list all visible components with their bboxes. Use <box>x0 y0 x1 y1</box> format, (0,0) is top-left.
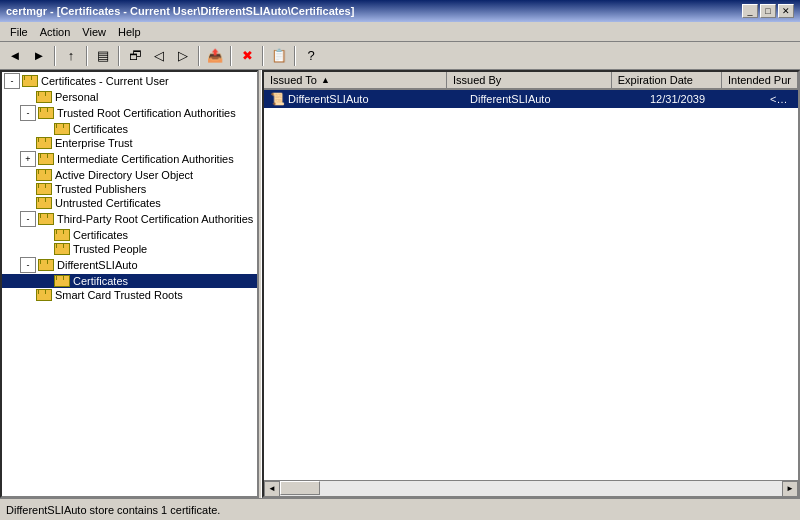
cell-issued-by: DifferentSLIAuto <box>464 91 644 107</box>
folder-icon-trusted-root-certs <box>54 123 70 135</box>
up-button[interactable]: ↑ <box>60 45 82 67</box>
tree-differentsli-certs-label: Certificates <box>73 275 128 287</box>
tree-root-label: Certificates - Current User <box>41 75 169 87</box>
status-text: DifferentSLIAuto store contains 1 certif… <box>6 504 220 516</box>
folder-icon-root <box>22 75 38 87</box>
col-header-issued-by[interactable]: Issued By <box>447 72 612 89</box>
window-controls: _ □ ✕ <box>742 4 794 18</box>
folder-icon-third-party-certs <box>54 229 70 241</box>
expand-third-party[interactable]: - <box>20 211 36 227</box>
tree-differentsli-label: DifferentSLIAuto <box>57 259 138 271</box>
col-header-expiry[interactable]: Expiration Date <box>612 72 722 89</box>
tree-panel: - Certificates - Current User Personal -… <box>0 70 258 498</box>
tree-untrusted-label: Untrusted Certificates <box>55 197 161 209</box>
tree-item-trusted-root[interactable]: - Trusted Root Certification Authorities <box>2 104 257 122</box>
scroll-track[interactable] <box>280 481 782 497</box>
tree-enterprise-label: Enterprise Trust <box>55 137 133 149</box>
folder-icon-trusted-people <box>54 243 70 255</box>
close-button[interactable]: ✕ <box>778 4 794 18</box>
tree-trusted-people-label: Trusted People <box>73 243 147 255</box>
tree-third-party-label: Third-Party Root Certification Authoriti… <box>57 213 253 225</box>
folder-icon-trusted-pub <box>36 183 52 195</box>
tree-item-smart-card[interactable]: Smart Card Trusted Roots <box>2 288 257 302</box>
help-button[interactable]: ? <box>300 45 322 67</box>
list-panel: Issued To ▲ Issued By Expiration Date In… <box>262 70 800 498</box>
folder-icon-personal <box>36 91 52 103</box>
cell-expiry: 12/31/2039 <box>644 91 764 107</box>
toolbar-separator-5 <box>230 46 232 66</box>
tree-personal-label: Personal <box>55 91 98 103</box>
folder-icon-enterprise <box>36 137 52 149</box>
cell-purpose: <All> <box>764 91 798 107</box>
toolbar-separator-4 <box>198 46 200 66</box>
export-button[interactable]: 📤 <box>204 45 226 67</box>
back-button[interactable]: ◄ <box>4 45 26 67</box>
toolbar-separator-1 <box>54 46 56 66</box>
tree-item-trusted-pub[interactable]: Trusted Publishers <box>2 182 257 196</box>
tree-toggle-button[interactable]: ▤ <box>92 45 114 67</box>
folder-icon-untrusted <box>36 197 52 209</box>
title-bar: certmgr - [Certificates - Current User\D… <box>0 0 800 22</box>
tree-trusted-pub-label: Trusted Publishers <box>55 183 146 195</box>
toolbar-separator-3 <box>118 46 120 66</box>
tree-intermediate-label: Intermediate Certification Authorities <box>57 153 234 165</box>
expand-differentsli[interactable]: - <box>20 257 36 273</box>
maximize-button[interactable]: □ <box>760 4 776 18</box>
new-window-button[interactable]: 🗗 <box>124 45 146 67</box>
menu-help[interactable]: Help <box>112 24 147 40</box>
toolbar: ◄ ► ↑ ▤ 🗗 ◁ ▷ 📤 ✖ 📋 ? <box>0 42 800 70</box>
tree-item-differentsli[interactable]: - DifferentSLIAuto <box>2 256 257 274</box>
folder-icon-intermediate <box>38 153 54 165</box>
cell-issued-to: 📜 DifferentSLIAuto <box>264 90 464 108</box>
tree-smart-card-label: Smart Card Trusted Roots <box>55 289 183 301</box>
folder-icon-differentsli-certs <box>54 275 70 287</box>
tree-item-trusted-people[interactable]: Trusted People <box>2 242 257 256</box>
tree-item-third-party[interactable]: - Third-Party Root Certification Authori… <box>2 210 257 228</box>
tree-item-intermediate[interactable]: + Intermediate Certification Authorities <box>2 150 257 168</box>
menu-bar: File Action View Help <box>0 22 800 42</box>
toolbar-separator-6 <box>262 46 264 66</box>
toolbar-separator-2 <box>86 46 88 66</box>
tree-trusted-root-certs-label: Certificates <box>73 123 128 135</box>
scroll-thumb[interactable] <box>280 481 320 495</box>
tree-item-ad-user[interactable]: Active Directory User Object <box>2 168 257 182</box>
list-row[interactable]: 📜 DifferentSLIAuto DifferentSLIAuto 12/3… <box>264 90 798 108</box>
tree-item-enterprise[interactable]: Enterprise Trust <box>2 136 257 150</box>
toolbar-separator-7 <box>294 46 296 66</box>
folder-icon-differentsli <box>38 259 54 271</box>
tree-item-untrusted[interactable]: Untrusted Certificates <box>2 196 257 210</box>
tree-item-personal[interactable]: Personal <box>2 90 257 104</box>
main-content: - Certificates - Current User Personal -… <box>0 70 800 498</box>
tree-item-differentsli-certs[interactable]: Certificates <box>2 274 257 288</box>
tree-ad-user-label: Active Directory User Object <box>55 169 193 181</box>
tree-third-party-certs-label: Certificates <box>73 229 128 241</box>
scroll-left-button[interactable]: ◄ <box>264 481 280 497</box>
horizontal-scrollbar[interactable]: ◄ ► <box>264 480 798 496</box>
folder-icon-third-party <box>38 213 54 225</box>
col-header-purpose[interactable]: Intended Pur <box>722 72 798 89</box>
col-header-issued-to[interactable]: Issued To ▲ <box>264 72 447 89</box>
forward2-button[interactable]: ▷ <box>172 45 194 67</box>
forward-button[interactable]: ► <box>28 45 50 67</box>
expand-root[interactable]: - <box>4 73 20 89</box>
list-body: 📜 DifferentSLIAuto DifferentSLIAuto 12/3… <box>264 90 798 480</box>
folder-icon-smart-card <box>36 289 52 301</box>
expand-trusted-root[interactable]: - <box>20 105 36 121</box>
delete-button[interactable]: ✖ <box>236 45 258 67</box>
scroll-right-button[interactable]: ► <box>782 481 798 497</box>
menu-view[interactable]: View <box>76 24 112 40</box>
expand-intermediate[interactable]: + <box>20 151 36 167</box>
status-bar: DifferentSLIAuto store contains 1 certif… <box>0 498 800 520</box>
cert-icon: 📜 <box>270 92 285 106</box>
tree-item-third-party-certs[interactable]: Certificates <box>2 228 257 242</box>
back2-button[interactable]: ◁ <box>148 45 170 67</box>
properties-button[interactable]: 📋 <box>268 45 290 67</box>
menu-action[interactable]: Action <box>34 24 77 40</box>
tree-root[interactable]: - Certificates - Current User <box>2 72 257 90</box>
folder-icon-trusted-root <box>38 107 54 119</box>
tree-item-trusted-root-certs[interactable]: Certificates <box>2 122 257 136</box>
window-title: certmgr - [Certificates - Current User\D… <box>6 5 354 17</box>
menu-file[interactable]: File <box>4 24 34 40</box>
minimize-button[interactable]: _ <box>742 4 758 18</box>
tree-trusted-root-label: Trusted Root Certification Authorities <box>57 107 236 119</box>
